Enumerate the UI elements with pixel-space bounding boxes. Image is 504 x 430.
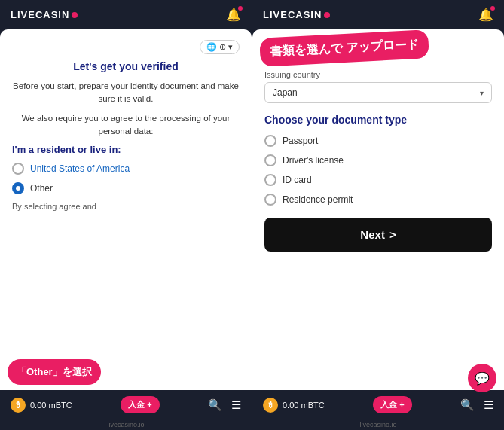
menu-icon-1[interactable]: ☰ (231, 398, 241, 412)
radio-usa[interactable] (12, 163, 24, 175)
search-icon-2[interactable]: 🔍 (460, 398, 475, 412)
site-url-1: livecasino.io (0, 419, 252, 430)
radio-passport[interactable] (264, 135, 276, 147)
option-usa[interactable]: United States of America (12, 163, 240, 175)
footer-icons-2: 🔍 ☰ (460, 398, 493, 412)
usa-label: United States of America (30, 163, 130, 174)
logo-dot-1 (72, 12, 78, 18)
panel-1: LIVECASIN 🔔 🌐 ⊕ ▾ Let's get you verified… (0, 0, 252, 430)
driver-label: Driver's license (283, 155, 344, 166)
passport-label: Passport (283, 136, 318, 146)
next-arrow-icon: > (389, 228, 396, 241)
bell-icon-1[interactable]: 🔔 (226, 8, 241, 22)
language-button[interactable]: 🌐 ⊕ ▾ (200, 40, 240, 54)
doc-title: Choose your document type (264, 114, 492, 126)
idcard-label: ID card (283, 175, 312, 185)
option-residence[interactable]: Residence permit (264, 194, 492, 206)
bell-dot-2 (490, 6, 495, 11)
option-passport[interactable]: Passport (264, 135, 492, 147)
option-idcard[interactable]: ID card (264, 174, 492, 186)
next-button[interactable]: Next > (264, 218, 492, 252)
next-label: Next (360, 228, 385, 241)
radio-driver[interactable] (264, 154, 276, 166)
chat-bubble[interactable]: 💬 (468, 364, 496, 392)
logo-1: LIVECASIN (11, 9, 78, 20)
logo-2: LIVECASIN (263, 9, 330, 20)
btc-icon-2: ₿ (263, 398, 278, 413)
globe-label: ⊕ ▾ (219, 42, 233, 52)
bell-icon-2[interactable]: 🔔 (478, 8, 493, 22)
btc-icon-1: ₿ (11, 398, 26, 413)
footer-2: ₿ 0.00 mBTC 入金 + 🔍 ☰ (252, 390, 504, 419)
country-select[interactable]: Japan ▾ (264, 82, 492, 103)
deposit-button-2[interactable]: 入金 + (373, 396, 411, 413)
bell-dot-1 (238, 6, 243, 11)
globe-icon: 🌐 (206, 42, 217, 52)
logo-text-2: LIVECASIN (263, 9, 322, 20)
logo-dot-2 (324, 12, 330, 18)
panel-2: LIVECASIN 🔔 書類を選んで アップロード Issuing countr… (252, 0, 504, 430)
desc-1: Before you start, prepare your identity … (12, 80, 240, 106)
menu-icon-2[interactable]: ☰ (484, 398, 493, 412)
content-1: 🌐 ⊕ ▾ Let's get you verified Before you … (0, 29, 252, 390)
radio-other[interactable] (12, 182, 24, 194)
content-2: Issuing country Japan ▾ Choose your docu… (252, 29, 504, 390)
logo-text-1: LIVECASIN (11, 9, 69, 20)
residence-label: Residence permit (283, 194, 353, 205)
radio-residence[interactable] (264, 194, 276, 206)
chevron-down-icon: ▾ (480, 89, 484, 97)
resident-title: I'm a resident or live in: (12, 144, 240, 155)
country-label: Issuing country (264, 70, 492, 79)
site-url-2: livecasino.io (252, 419, 504, 430)
annotation-bubble-1: 「Other」を選択 (8, 359, 101, 385)
deposit-button-1[interactable]: 入金 + (121, 396, 159, 413)
footer-1: ₿ 0.00 mBTC 入金 + 🔍 ☰ (0, 390, 252, 419)
balance-section-1: ₿ 0.00 mBTC (11, 398, 72, 413)
search-icon-1[interactable]: 🔍 (208, 398, 222, 412)
country-value: Japan (273, 87, 298, 98)
balance-section-2: ₿ 0.00 mBTC (263, 398, 325, 413)
globe-row: 🌐 ⊕ ▾ (12, 40, 240, 54)
header-1: LIVECASIN 🔔 (0, 0, 252, 29)
verify-title: Let's get you verified (12, 60, 240, 72)
header-2: LIVECASIN 🔔 (252, 0, 504, 29)
balance-text-1: 0.00 mBTC (30, 401, 72, 410)
other-label: Other (30, 183, 53, 194)
radio-idcard[interactable] (264, 174, 276, 186)
desc-2: We also require you to agree to the proc… (12, 112, 240, 139)
option-other[interactable]: Other (12, 182, 240, 194)
balance-text-2: 0.00 mBTC (283, 401, 325, 410)
bottom-partial: By selecting agree and (12, 202, 240, 211)
option-driver[interactable]: Driver's license (264, 154, 492, 166)
footer-icons-1: 🔍 ☰ (208, 398, 241, 412)
